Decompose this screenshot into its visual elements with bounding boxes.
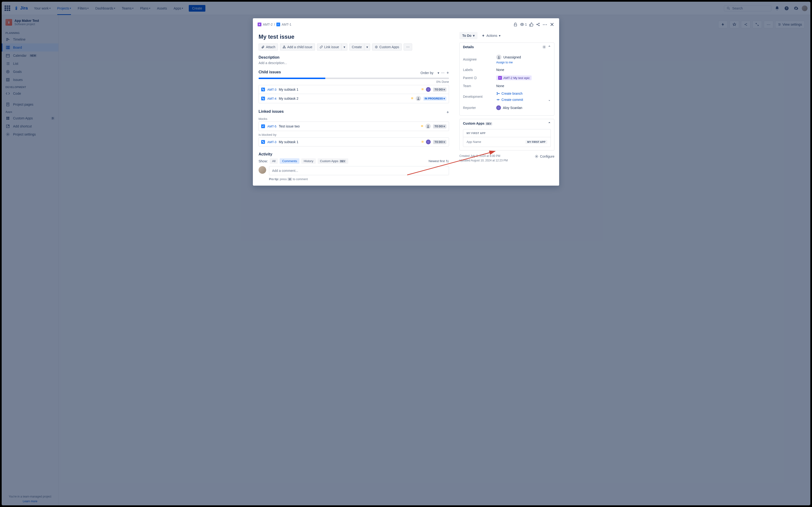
activity-tab-comments[interactable]: Comments bbox=[280, 158, 300, 164]
configure-link[interactable]: Configure bbox=[535, 154, 554, 159]
branch-icon bbox=[496, 92, 500, 96]
child-issue-row[interactable]: AMT-3 My subtask 1 = TO DO ▾ bbox=[259, 85, 449, 94]
svg-point-74 bbox=[536, 156, 537, 157]
sort-newest[interactable]: Newest first bbox=[429, 159, 449, 163]
comment-input[interactable]: Add a comment... bbox=[269, 166, 449, 175]
add-link-icon[interactable]: + bbox=[446, 110, 449, 115]
reporter-label: Reporter bbox=[463, 105, 496, 110]
team-label: Team bbox=[463, 84, 496, 88]
linked-issue-row[interactable]: AMT-5 Test issue two = TO DO ▾ bbox=[259, 122, 449, 131]
description-heading: Description bbox=[259, 55, 449, 60]
child-issue-row[interactable]: AMT-4 My subtask 2 = IN PROGRESS ▾ bbox=[259, 94, 449, 103]
labels-value[interactable]: None bbox=[496, 68, 551, 72]
info-icon[interactable] bbox=[474, 76, 477, 79]
status-button[interactable]: IN PROGRESS ▾ bbox=[423, 97, 446, 101]
linked-issue-row[interactable]: AMT-3 My subtask 1 = TO DO ▾ bbox=[259, 138, 449, 146]
child-progress-label: 0% Done bbox=[259, 80, 449, 83]
svg-point-64 bbox=[498, 56, 499, 57]
status-button[interactable]: TO DO ▾ bbox=[433, 140, 446, 144]
close-icon[interactable] bbox=[550, 22, 554, 27]
issue-summary: My subtask 1 bbox=[279, 88, 419, 92]
team-value[interactable]: None bbox=[496, 84, 551, 88]
svg-rect-55 bbox=[262, 89, 263, 90]
more-modal-icon[interactable]: ⋯ bbox=[543, 21, 547, 27]
like-icon[interactable] bbox=[529, 22, 534, 26]
created-date: Created July 9, 2024 at 6:00 PM bbox=[459, 154, 507, 158]
parent-pill[interactable]: AMT-2 My test epic bbox=[496, 75, 532, 80]
breadcrumb: AMT-2 / AMT-1 bbox=[258, 22, 291, 26]
issue-summary: Test issue two bbox=[279, 124, 419, 128]
task-icon bbox=[261, 124, 265, 128]
activity-tab-all[interactable]: All bbox=[270, 158, 278, 164]
svg-point-45 bbox=[539, 25, 539, 26]
svg-point-68 bbox=[497, 92, 498, 93]
user-avatar bbox=[259, 166, 266, 174]
add-child-button[interactable]: Add a child issue bbox=[280, 44, 315, 51]
link-issue-button[interactable]: Link issue bbox=[317, 44, 342, 51]
updated-date: Updated August 10, 2024 at 12:23 PM bbox=[459, 158, 507, 163]
custom-apps-button[interactable]: Custom Apps bbox=[372, 44, 402, 51]
subtask-icon bbox=[261, 97, 265, 100]
add-child-icon[interactable]: + bbox=[446, 70, 449, 75]
sort-icon bbox=[446, 160, 449, 163]
svg-point-70 bbox=[499, 93, 499, 94]
modal-overlay: AMT-2 / AMT-1 1 ⋯ My test issue bbox=[2, 2, 810, 505]
description-field[interactable]: Add a description... bbox=[259, 61, 449, 65]
chevron-up-icon: ⌃ bbox=[548, 121, 551, 125]
child-more-icon[interactable]: ⋯ bbox=[441, 71, 444, 75]
issue-title[interactable]: My test issue bbox=[259, 34, 449, 40]
svg-point-67 bbox=[475, 77, 476, 77]
watch-icon[interactable]: 1 bbox=[520, 22, 527, 26]
reporter-value[interactable]: Aloy Scanlan bbox=[503, 106, 522, 110]
svg-point-63 bbox=[544, 47, 545, 48]
assign-to-me-link[interactable]: Assign to me bbox=[496, 61, 512, 64]
svg-point-44 bbox=[539, 23, 539, 24]
breadcrumb-task[interactable]: AMT-1 bbox=[282, 22, 291, 26]
subtask-icon bbox=[261, 140, 265, 144]
child-issues-heading: Child issues bbox=[259, 70, 281, 74]
attach-button[interactable]: Attach bbox=[259, 44, 278, 51]
blocks-label: blocks bbox=[259, 117, 449, 121]
assignee-avatar[interactable] bbox=[426, 139, 431, 144]
gear-icon bbox=[535, 155, 539, 158]
issue-key[interactable]: AMT-3 bbox=[267, 140, 276, 144]
create-sub-dropdown[interactable]: ▾ bbox=[365, 44, 370, 51]
unassigned-avatar[interactable] bbox=[416, 96, 421, 101]
create-commit-link[interactable]: Create commit⌄ bbox=[496, 98, 551, 102]
app-field-label: App Name bbox=[467, 140, 526, 144]
svg-point-43 bbox=[537, 24, 537, 25]
details-panel-header[interactable]: Details ⌃ bbox=[459, 43, 554, 51]
activity-tab-custom[interactable]: Custom Apps DEV bbox=[318, 158, 348, 164]
svg-point-59 bbox=[418, 97, 419, 99]
chevron-down-icon: ⌄ bbox=[548, 98, 551, 102]
assignee-value[interactable]: Unassigned bbox=[503, 55, 521, 59]
unassigned-avatar[interactable] bbox=[426, 124, 431, 129]
chevron-up-icon: ⌃ bbox=[548, 45, 551, 49]
labels-label: Labels bbox=[463, 68, 496, 72]
issue-key[interactable]: AMT-4 bbox=[267, 97, 276, 100]
create-sub-button[interactable]: Create bbox=[349, 44, 365, 51]
svg-point-42 bbox=[522, 24, 523, 25]
custom-apps-panel-header[interactable]: Custom Apps DEV ⌃ bbox=[459, 119, 554, 128]
task-icon bbox=[276, 22, 280, 26]
order-by-dropdown[interactable]: Order by ▾ bbox=[421, 71, 439, 75]
more-actions-button[interactable]: ⋯ bbox=[403, 44, 412, 51]
issue-key[interactable]: AMT-5 bbox=[267, 125, 276, 128]
protip: Pro tip: press M to comment bbox=[269, 177, 449, 181]
breadcrumb-epic[interactable]: AMT-2 bbox=[263, 22, 273, 26]
app-title: MY FIRST APP bbox=[463, 129, 551, 137]
status-dropdown[interactable]: To Do ▾ bbox=[459, 32, 478, 39]
lock-icon[interactable] bbox=[513, 22, 518, 26]
activity-tab-history[interactable]: History bbox=[301, 158, 316, 164]
status-button[interactable]: TO DO ▾ bbox=[433, 124, 446, 128]
assignee-avatar[interactable] bbox=[426, 87, 431, 92]
share-modal-icon[interactable] bbox=[536, 22, 540, 26]
attach-icon bbox=[261, 45, 265, 49]
priority-icon: = bbox=[421, 124, 423, 128]
issue-key[interactable]: AMT-3 bbox=[267, 88, 276, 92]
link-issue-dropdown[interactable]: ▾ bbox=[342, 44, 347, 51]
status-button[interactable]: TO DO ▾ bbox=[433, 88, 446, 92]
create-branch-link[interactable]: Create branch bbox=[496, 92, 523, 96]
gear-icon[interactable] bbox=[542, 45, 546, 49]
actions-dropdown[interactable]: Actions ▾ bbox=[479, 32, 503, 39]
